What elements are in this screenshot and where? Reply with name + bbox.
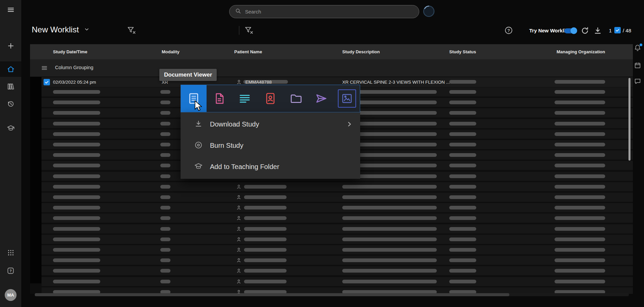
vertical-scrollbar-thumb[interactable] (628, 78, 630, 161)
col-managing-organization[interactable]: Managing Organization (557, 49, 605, 54)
refresh-icon[interactable] (581, 26, 589, 35)
status-placeholder (449, 195, 476, 199)
add-new-icon[interactable] (0, 41, 21, 51)
document-viewer-icon[interactable] (181, 85, 207, 112)
hamburger-menu-icon[interactable] (0, 5, 21, 15)
datetime-placeholder (53, 269, 100, 273)
col-modality[interactable]: Modality (162, 49, 180, 54)
select-all-checkbox[interactable] (614, 27, 621, 33)
organization-placeholder (555, 206, 605, 210)
status-placeholder (449, 174, 476, 178)
filter-remove-icon-2[interactable] (244, 26, 253, 35)
table-row[interactable] (42, 182, 633, 191)
sidebar-item-history[interactable] (0, 99, 21, 109)
datetime-placeholder (53, 280, 100, 283)
col-patient-name[interactable]: Patient Name (234, 49, 262, 54)
menu-item-burn-study[interactable]: Burn Study (181, 135, 360, 156)
table-row[interactable] (42, 256, 633, 265)
row-patient-name: EMMA48788 (245, 80, 272, 85)
filter-remove-icon[interactable] (127, 26, 136, 35)
table-row[interactable] (42, 277, 633, 286)
checkbox-column (30, 77, 42, 283)
try-new-worklist-toggle[interactable] (564, 28, 576, 33)
description-placeholder (342, 185, 437, 189)
modality-placeholder (160, 258, 170, 262)
menu-item-download-study[interactable]: Download Study (181, 114, 360, 135)
status-placeholder (449, 185, 476, 189)
worklist-selector[interactable]: New Worklist (32, 25, 90, 34)
table-row[interactable] (42, 214, 633, 223)
patient-icon (236, 268, 242, 275)
table-header: Study Date/Time Modality Patient Name St… (30, 44, 633, 59)
loading-spinner (423, 5, 435, 19)
patient-icon (236, 279, 242, 286)
patient-name-placeholder (244, 258, 287, 262)
calendar-icon[interactable] (634, 62, 641, 70)
menu-item-label: Download Study (210, 120, 259, 128)
description-placeholder (342, 238, 437, 241)
modality-placeholder (160, 143, 170, 146)
modality-placeholder (160, 174, 170, 178)
send-study-icon[interactable] (309, 85, 334, 112)
download-icon[interactable] (593, 26, 602, 35)
table-row[interactable] (42, 203, 633, 212)
column-grouping-row[interactable]: Column Grouping (30, 59, 633, 77)
status-placeholder (449, 80, 476, 84)
modality-placeholder (160, 90, 170, 94)
user-avatar[interactable]: MA (5, 289, 17, 301)
series-list-icon[interactable] (232, 85, 258, 112)
row-checkbox[interactable] (44, 79, 50, 85)
try-new-worklist-label: Try New Worklist (529, 28, 570, 33)
modality-placeholder (160, 195, 170, 199)
col-study-datetime[interactable]: Study Date/Time (53, 49, 87, 54)
horizontal-scrollbar-thumb[interactable] (35, 293, 509, 296)
modality-placeholder (160, 216, 170, 220)
chat-icon[interactable] (634, 78, 641, 86)
organization-placeholder (555, 280, 605, 283)
image-viewer-icon[interactable] (334, 85, 360, 112)
search-input[interactable] (245, 9, 413, 15)
organization-placeholder (555, 248, 605, 252)
modality-placeholder (160, 238, 170, 241)
burn-disc-icon (194, 141, 203, 151)
table-row[interactable] (42, 235, 633, 244)
table-row[interactable] (42, 193, 633, 202)
apps-grid-icon[interactable] (0, 248, 21, 258)
sidebar-item-library[interactable] (0, 81, 21, 91)
svg-text:?: ? (507, 28, 510, 33)
menu-item-add-teaching-folder[interactable]: Add to Teaching Folder (181, 156, 360, 177)
horizontal-scrollbar[interactable] (35, 293, 629, 296)
patient-name-placeholder (244, 248, 287, 252)
sidebar-item-teaching[interactable] (0, 123, 21, 133)
organization-placeholder (555, 269, 605, 273)
col-study-status[interactable]: Study Status (449, 49, 476, 54)
help-box-icon[interactable]: ? (0, 266, 21, 276)
search-bar[interactable] (229, 5, 419, 18)
col-study-description[interactable]: Study Description (342, 49, 380, 54)
description-placeholder (342, 216, 437, 220)
patient-name-placeholder (244, 216, 287, 220)
table-row[interactable] (42, 266, 633, 275)
folder-icon[interactable] (283, 85, 309, 112)
patient-icon (236, 236, 242, 244)
patient-icon (236, 205, 242, 212)
report-icon[interactable] (207, 85, 232, 112)
status-placeholder (449, 153, 476, 157)
home-icon (7, 65, 15, 73)
organization-placeholder (555, 195, 605, 199)
table-row[interactable] (42, 224, 633, 233)
datetime-placeholder (53, 216, 100, 220)
patient-card-icon[interactable] (258, 85, 283, 112)
menu-item-label: Add to Teaching Folder (210, 163, 279, 171)
sidebar-item-home[interactable] (0, 61, 21, 77)
status-placeholder (449, 143, 476, 146)
organization-placeholder (555, 185, 605, 189)
notification-badge (640, 44, 642, 46)
patient-icon (236, 226, 242, 233)
organization-placeholder (555, 153, 605, 157)
help-circle-icon[interactable]: ? (504, 26, 513, 35)
status-placeholder (449, 90, 476, 94)
worklist-title: New Worklist (32, 25, 79, 34)
download-study-icon (194, 119, 203, 130)
table-row[interactable] (42, 245, 633, 254)
